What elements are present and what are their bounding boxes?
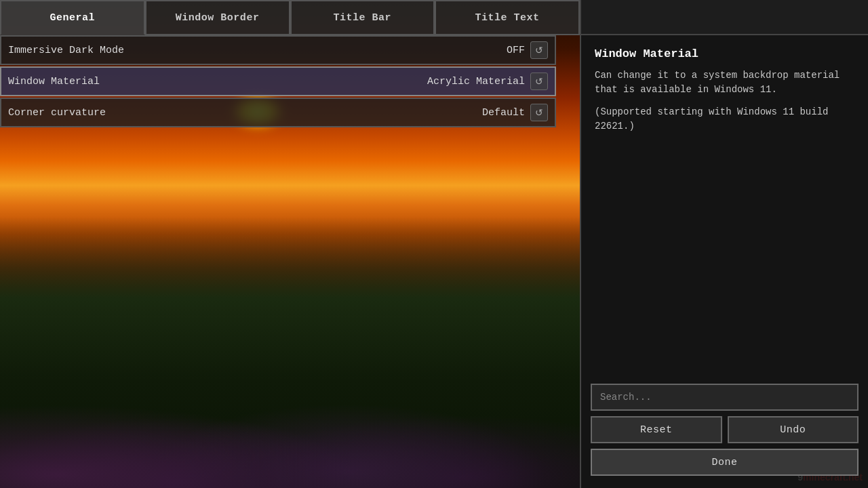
right-panel-tab-area	[581, 0, 868, 35]
undo-button[interactable]: Undo	[728, 416, 859, 443]
info-section: Window Material Can change it to a syste…	[581, 35, 868, 375]
setting-value-immersive-dark-mode: OFF	[507, 45, 525, 56]
tab-window-border[interactable]: Window Border	[145, 0, 290, 35]
info-note: (Supported starting with Windows 11 buil…	[595, 105, 854, 134]
setting-label-window-material: Window Material	[8, 76, 427, 87]
setting-value-corner-curvature: Default	[482, 107, 525, 119]
setting-row-immersive-dark-mode[interactable]: Immersive Dark Mode OFF ↺	[0, 35, 556, 65]
search-input[interactable]	[591, 384, 859, 411]
reset-btn-window-material[interactable]: ↺	[530, 73, 548, 90]
setting-row-corner-curvature[interactable]: Corner curvature Default ↺	[0, 98, 556, 127]
tab-general[interactable]: General	[0, 0, 145, 35]
setting-row-window-material[interactable]: Window Material Acrylic Material ↺	[0, 66, 556, 96]
done-button[interactable]: Done	[591, 449, 859, 476]
info-description: Can change it to a system backdrop mater…	[595, 68, 854, 97]
settings-list: Immersive Dark Mode OFF ↺ Window Materia…	[0, 35, 556, 127]
reset-btn-corner-curvature[interactable]: ↺	[530, 104, 548, 121]
reset-btn-immersive-dark-mode[interactable]: ↺	[530, 41, 548, 59]
info-title: Window Material	[595, 47, 854, 60]
tab-title-bar[interactable]: Title Bar	[290, 0, 435, 35]
bottom-controls: Reset Undo Done	[581, 375, 868, 488]
right-panel: Window Material Can change it to a syste…	[580, 0, 868, 488]
tab-bar: General Window Border Title Bar Title Te…	[0, 0, 580, 35]
setting-label-immersive-dark-mode: Immersive Dark Mode	[8, 45, 507, 56]
left-panel: General Window Border Title Bar Title Te…	[0, 0, 580, 488]
setting-value-window-material: Acrylic Material	[427, 76, 525, 87]
reset-button[interactable]: Reset	[591, 416, 722, 443]
setting-label-corner-curvature: Corner curvature	[8, 107, 482, 119]
tab-title-text[interactable]: Title Text	[435, 0, 580, 35]
reset-undo-row: Reset Undo	[591, 416, 859, 443]
